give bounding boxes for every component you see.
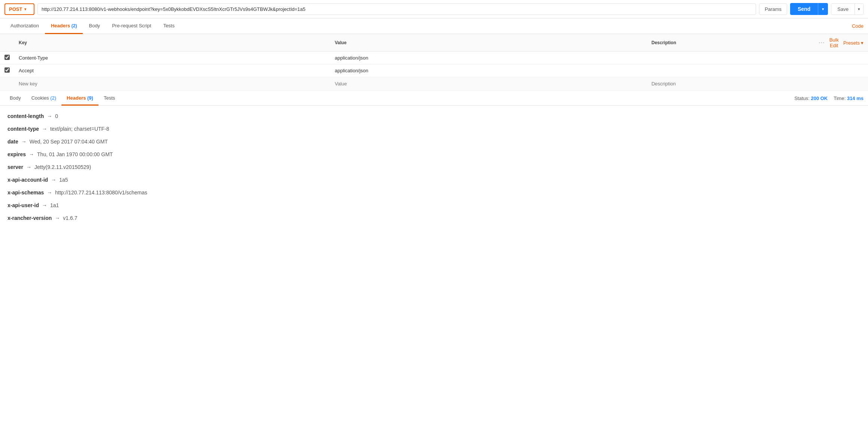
resp-header-key: x-api-account-id <box>7 177 48 183</box>
resp-header-value: 1a1 <box>50 202 59 208</box>
save-button-group: Save ▾ <box>831 3 864 15</box>
save-button[interactable]: Save <box>831 4 855 15</box>
row1-checkbox[interactable] <box>4 55 10 60</box>
method-button[interactable]: POST ▾ <box>4 3 34 15</box>
new-key-cell <box>14 77 330 91</box>
send-button[interactable]: Send <box>790 3 818 15</box>
row2-description <box>647 64 814 77</box>
bulk-edit-button[interactable]: Bulk Edit <box>829 37 839 48</box>
response-tab-cookies[interactable]: Cookies (2) <box>26 91 61 106</box>
response-tab-headers[interactable]: Headers (9) <box>61 91 98 106</box>
tab-tests[interactable]: Tests <box>157 18 180 34</box>
arrow-icon: → <box>42 126 47 132</box>
row2-actions <box>814 64 868 77</box>
response-tab-tests[interactable]: Tests <box>98 91 120 106</box>
new-key-input[interactable] <box>19 80 326 87</box>
method-label: POST <box>9 6 22 12</box>
arrow-icon: → <box>47 190 52 196</box>
response-header-row: x-rancher-version → v1.6.7 <box>7 215 861 221</box>
response-header-row: x-api-schemas → http://120.77.214.113:80… <box>7 190 861 196</box>
response-header-row: expires → Thu, 01 Jan 1970 00:00:00 GMT <box>7 151 861 157</box>
new-desc-cell <box>647 77 814 91</box>
more-options-button[interactable]: ··· <box>819 39 825 46</box>
col-checkbox <box>0 34 14 52</box>
arrow-icon: → <box>55 215 60 221</box>
time-value: 314 ms <box>847 96 864 101</box>
row2-value: application/json <box>330 64 647 77</box>
presets-label: Presets <box>843 40 860 46</box>
status-label: Status: 200 OK <box>794 96 828 101</box>
resp-header-key: date <box>7 139 18 145</box>
table-row: Content-Type application/json <box>0 52 868 64</box>
top-bar: POST ▾ Params Send ▾ Save ▾ <box>0 0 868 18</box>
tab-pre-request-script[interactable]: Pre-request Script <box>106 18 157 34</box>
status-area: Status: 200 OK Time: 314 ms <box>794 96 864 101</box>
arrow-icon: → <box>29 151 34 157</box>
url-input[interactable] <box>37 3 756 15</box>
new-value-cell <box>330 77 647 91</box>
col-key: Key <box>14 34 330 52</box>
resp-header-key: content-type <box>7 126 39 132</box>
row1-actions <box>814 52 868 64</box>
new-row-checkbox-cell <box>0 77 14 91</box>
tab-authorization[interactable]: Authorization <box>4 18 45 34</box>
headers-badge: (2) <box>72 23 77 28</box>
cookies-badge: (2) <box>50 95 56 101</box>
resp-header-value: Thu, 01 Jan 1970 00:00:00 GMT <box>37 151 113 157</box>
resp-header-key: x-rancher-version <box>7 215 52 221</box>
resp-header-value: 0 <box>55 113 58 119</box>
resp-header-value: text/plain; charset=UTF-8 <box>50 126 109 132</box>
resp-header-value: v1.6.7 <box>63 215 77 221</box>
new-description-input[interactable] <box>652 80 810 87</box>
response-header-row: content-length → 0 <box>7 113 861 119</box>
response-header-row: server → Jetty(9.2.11.v20150529) <box>7 164 861 170</box>
status-value: 200 OK <box>811 96 828 101</box>
tab-body[interactable]: Body <box>83 18 106 34</box>
time-label: Time: 314 ms <box>834 96 864 101</box>
col-actions: ··· Bulk Edit Presets ▾ <box>814 34 868 52</box>
send-button-group: Send ▾ <box>790 3 828 15</box>
response-header-row: content-type → text/plain; charset=UTF-8 <box>7 126 861 132</box>
arrow-icon: → <box>26 164 31 170</box>
code-link[interactable]: Code <box>852 23 864 29</box>
resp-header-value: 1a5 <box>59 177 68 183</box>
col-value: Value <box>330 34 647 52</box>
table-row: Accept application/json <box>0 64 868 77</box>
new-actions-cell <box>814 77 868 91</box>
tab-headers[interactable]: Headers (2) <box>45 18 83 34</box>
presets-button[interactable]: Presets ▾ <box>843 40 864 46</box>
row1-value: application/json <box>330 52 647 64</box>
params-button[interactable]: Params <box>759 3 787 15</box>
resp-header-key: x-api-schemas <box>7 190 44 196</box>
response-header-row: x-api-user-id → 1a1 <box>7 202 861 208</box>
resp-header-value: http://120.77.214.113:8080/v1/schemas <box>55 190 147 196</box>
col-description: Description <box>647 34 814 52</box>
arrow-icon: → <box>42 202 47 208</box>
arrow-icon: → <box>21 139 27 145</box>
row1-key: Content-Type <box>14 52 330 64</box>
save-dropdown-button[interactable]: ▾ <box>855 4 863 15</box>
new-value-input[interactable] <box>335 80 643 87</box>
response-header-row: x-api-account-id → 1a5 <box>7 177 861 183</box>
response-headers-badge: (9) <box>87 95 93 101</box>
arrow-icon: → <box>47 113 52 119</box>
request-tabs: Authorization Headers (2) Body Pre-reque… <box>0 18 868 34</box>
resp-header-key: expires <box>7 151 26 157</box>
row2-checkbox[interactable] <box>4 67 10 73</box>
response-tab-body[interactable]: Body <box>4 91 26 106</box>
response-header-row: date → Wed, 20 Sep 2017 07:04:40 GMT <box>7 139 861 145</box>
row2-checkbox-cell <box>0 64 14 77</box>
headers-table: Key Value Description ··· Bulk Edit Pres… <box>0 34 868 91</box>
row1-checkbox-cell <box>0 52 14 64</box>
row1-description <box>647 52 814 64</box>
resp-header-key: content-length <box>7 113 44 119</box>
resp-header-key: server <box>7 164 23 170</box>
arrow-icon: → <box>51 177 56 183</box>
new-key-row <box>0 77 868 91</box>
resp-header-key: x-api-user-id <box>7 202 39 208</box>
send-dropdown-button[interactable]: ▾ <box>818 3 828 15</box>
presets-chevron-icon: ▾ <box>861 40 864 46</box>
resp-header-value: Jetty(9.2.11.v20150529) <box>34 164 91 170</box>
response-tabs: Body Cookies (2) Headers (9) Tests Statu… <box>0 91 868 106</box>
row2-key: Accept <box>14 64 330 77</box>
